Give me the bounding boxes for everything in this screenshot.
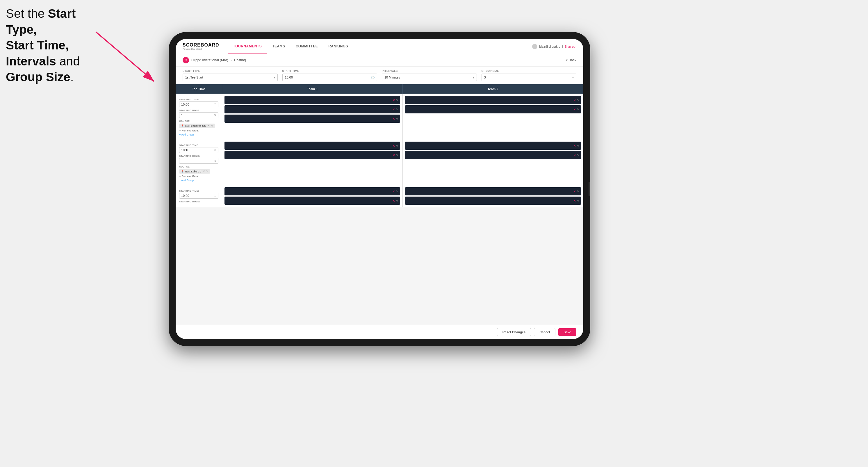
remove-player-icon[interactable]: ✕ — [393, 99, 395, 102]
bold-start-type: Start Type, — [6, 7, 75, 36]
starting-time-value-3[interactable]: 10:20 ⏱ — [179, 193, 218, 198]
tournament-name[interactable]: Clippd Invitational (Mar) — [191, 58, 228, 62]
player-slot[interactable]: ✕ ✎ — [224, 105, 400, 114]
remove-course-icon-2[interactable]: ✕ — [203, 170, 205, 173]
instruction-text: Set the Start Type, Start Time, Interval… — [6, 6, 99, 85]
chevron-down-icon: ▾ — [274, 76, 275, 79]
starting-time-value-1[interactable]: 10:00 ⏱ — [179, 101, 218, 107]
remove-player-icon[interactable]: ✕ — [393, 190, 395, 193]
starting-time-value-2[interactable]: 10:10 ⏱ — [179, 147, 218, 153]
remove-group-btn-2[interactable]: ○ Remove Group — [179, 175, 218, 178]
brand-logo-c: C — [183, 57, 189, 63]
stepper-icon-2: ⇅ — [214, 159, 216, 162]
starting-time-label-2: STARTING TIME: — [179, 144, 218, 147]
bold-group-size: Group Size — [6, 70, 70, 84]
remove-course-icon-1[interactable]: ✕ — [207, 124, 210, 127]
edit-player-icon[interactable]: ✎ — [577, 144, 579, 148]
tablet-screen: SCOREBOARD Powered by clippd TOURNAMENTS… — [176, 39, 583, 339]
remove-player-icon[interactable]: ✕ — [393, 108, 395, 111]
tab-tournaments[interactable]: TOURNAMENTS — [228, 39, 267, 54]
intervals-label: Intervals — [382, 69, 477, 72]
edit-player-icon[interactable]: ✎ — [396, 199, 398, 203]
table-header: Tee Time Team 1 Team 2 — [176, 84, 583, 94]
player-slot[interactable]: ✕ ✎ — [405, 96, 581, 104]
group-size-label: Group Size — [482, 69, 577, 72]
edit-course-icon-1[interactable]: ✎ — [211, 124, 213, 127]
player-slot[interactable]: ✕ ✎ — [224, 196, 400, 205]
player-slot[interactable]: ✕ ✎ — [224, 142, 400, 150]
starting-hole-value-1[interactable]: 1 ⇅ — [179, 112, 218, 118]
clock-icon-3: ⏱ — [214, 194, 216, 197]
breadcrumb-section: Hosting — [234, 58, 246, 62]
start-type-value: 1st Tee Start — [185, 75, 203, 79]
remove-player-icon[interactable]: ✕ — [393, 117, 395, 120]
save-button[interactable]: Save — [558, 328, 576, 336]
radio-icon-1: ○ — [179, 129, 181, 132]
add-group-btn-2[interactable]: + Add Group — [179, 179, 218, 182]
edit-player-icon[interactable]: ✎ — [577, 99, 579, 102]
remove-player-icon[interactable]: ✕ — [574, 144, 576, 148]
sub-header: C Clippd Invitational (Mar) › Hosting < … — [176, 54, 583, 67]
reset-changes-button[interactable]: Reset Changes — [497, 328, 531, 336]
player-slot[interactable]: ✕ ✎ — [405, 142, 581, 150]
starting-hole-value-2[interactable]: 1 ⇅ — [179, 158, 218, 164]
remove-player-icon[interactable]: ✕ — [574, 108, 576, 111]
edit-player-icon[interactable]: ✎ — [396, 117, 398, 120]
remove-player-icon[interactable]: ✕ — [574, 99, 576, 102]
app-logo: SCOREBOARD Powered by clippd — [183, 42, 219, 50]
course-label-1: COURSE: — [179, 120, 218, 122]
content-area[interactable]: STARTING TIME: 10:00 ⏱ STARTING HOLE: 1 … — [176, 94, 583, 325]
remove-player-icon[interactable]: ✕ — [393, 154, 395, 157]
remove-group-btn-1[interactable]: ○ Remove Group — [179, 129, 218, 132]
team1-col-2: ✕ ✎ ✕ ✎ — [222, 139, 403, 185]
start-type-select[interactable]: 1st Tee Start ▾ — [183, 73, 278, 81]
player-slot[interactable]: ✕ ✎ — [224, 115, 400, 123]
remove-player-icon[interactable]: ✕ — [393, 144, 395, 148]
player-slot[interactable]: ✕ ✎ — [405, 196, 581, 205]
remove-player-icon[interactable]: ✕ — [393, 199, 395, 203]
clock-icon-2: ⏱ — [214, 149, 216, 152]
stepper-icon-1: ⇅ — [214, 114, 216, 117]
intervals-field: Intervals 10 Minutes ▾ — [382, 69, 477, 81]
group-size-value: 3 — [484, 75, 486, 79]
player-slot[interactable]: ✕ ✎ — [224, 151, 400, 159]
group-1-left: STARTING TIME: 10:00 ⏱ STARTING HOLE: 1 … — [176, 94, 222, 139]
edit-player-icon[interactable]: ✎ — [396, 99, 398, 102]
player-slot[interactable]: ✕ ✎ — [405, 187, 581, 195]
back-button[interactable]: < Back — [565, 58, 576, 62]
tab-committee[interactable]: COMMITTEE — [290, 39, 323, 54]
edit-player-icon[interactable]: ✎ — [396, 154, 398, 157]
player-slot[interactable]: ✕ ✎ — [405, 151, 581, 159]
remove-player-icon[interactable]: ✕ — [574, 190, 576, 193]
player-slot[interactable]: ✕ ✎ — [224, 96, 400, 104]
tab-teams[interactable]: TEAMS — [267, 39, 290, 54]
settings-row: Start Type 1st Tee Start ▾ Start Time 10… — [176, 67, 583, 84]
edit-player-icon[interactable]: ✎ — [577, 190, 579, 193]
group-size-select[interactable]: 3 ▾ — [482, 73, 577, 81]
remove-player-icon[interactable]: ✕ — [574, 199, 576, 203]
tab-rankings[interactable]: RANKINGS — [323, 39, 353, 54]
starting-hole-label-3: STARTING HOLE: — [179, 200, 218, 203]
start-type-label: Start Type — [183, 69, 278, 72]
edit-player-icon[interactable]: ✎ — [396, 144, 398, 148]
start-time-select[interactable]: 10:00 🕐 — [282, 73, 377, 81]
add-group-btn-1[interactable]: + Add Group — [179, 133, 218, 136]
edit-player-icon[interactable]: ✎ — [577, 199, 579, 203]
edit-player-icon[interactable]: ✎ — [396, 108, 398, 111]
edit-player-icon[interactable]: ✎ — [396, 190, 398, 193]
cancel-button[interactable]: Cancel — [534, 328, 555, 336]
navbar: SCOREBOARD Powered by clippd TOURNAMENTS… — [176, 39, 583, 54]
sign-out-link[interactable]: Sign out — [565, 45, 576, 48]
table-row: STARTING TIME: 10:00 ⏱ STARTING HOLE: 1 … — [176, 94, 583, 139]
player-slot[interactable]: ✕ ✎ — [224, 187, 400, 195]
intervals-select[interactable]: 10 Minutes ▾ — [382, 73, 477, 81]
footer: Reset Changes Cancel Save — [176, 325, 583, 339]
player-slot[interactable]: ✕ ✎ — [405, 105, 581, 114]
tablet-device: SCOREBOARD Powered by clippd TOURNAMENTS… — [169, 32, 590, 346]
edit-course-icon-2[interactable]: ✎ — [206, 170, 209, 173]
start-time-value: 10:00 — [285, 75, 293, 79]
edit-player-icon[interactable]: ✎ — [577, 108, 579, 111]
logo-subtitle: Powered by clippd — [183, 48, 219, 50]
edit-player-icon[interactable]: ✎ — [577, 154, 579, 157]
remove-player-icon[interactable]: ✕ — [574, 154, 576, 157]
